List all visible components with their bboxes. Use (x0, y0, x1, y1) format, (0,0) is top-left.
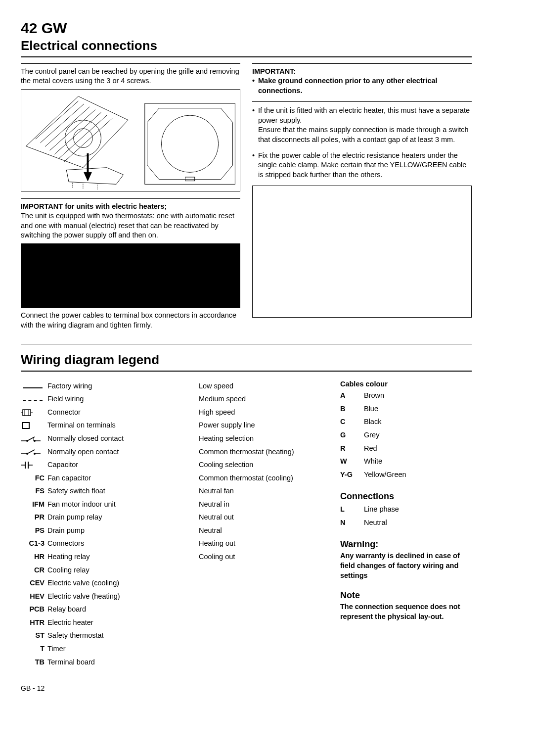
legend-label: Connectors (47, 537, 127, 551)
legend-row: Terminal on terminals (21, 419, 127, 432)
page-footer: GB - 12 (21, 684, 472, 693)
right-diagram-placeholder (252, 186, 472, 318)
right-bullets: If the unit is fitted with an electric h… (252, 106, 472, 180)
content-columns: The control panel can be reached by open… (21, 63, 472, 331)
legend-row: Heating selection (199, 432, 297, 445)
connections-heading: Connections (340, 490, 472, 502)
legend-label: Heating out (199, 537, 297, 551)
diagram-illustration (21, 90, 240, 191)
legend-label: Safety thermostat (47, 629, 127, 643)
legend-label: Factory wiring (47, 379, 127, 393)
page-header: 42 GW Electrical connections (21, 20, 472, 57)
legend-row: Field wiring (21, 393, 127, 406)
legend-label: Neutral fan (199, 485, 297, 498)
svg-rect-24 (22, 423, 29, 428)
legend-label: Low speed (199, 379, 297, 393)
legend-section: Wiring diagram legend Factory wiring Fie… (21, 344, 472, 668)
legend-row: Normally open contact (21, 445, 127, 459)
right-column: IMPORTANT: Make ground connection prior … (252, 63, 472, 331)
divider (21, 371, 472, 372)
legend-row: HEVElectric valve (heating) (21, 590, 127, 603)
legend-label: Cooling out (199, 551, 297, 564)
nc-contact-icon (21, 432, 47, 445)
capacitor-icon (21, 459, 47, 472)
legend-label: Common thermostat (heating) (199, 445, 297, 459)
divider (252, 63, 472, 64)
important-heaters-body: The unit is equipped with two thermostat… (21, 212, 234, 239)
bullet-heater-supply: If the unit is fitted with an electric h… (252, 106, 472, 144)
field-wiring-icon (21, 393, 47, 406)
legend-label: Capacitor (47, 459, 127, 472)
legend-col-signals: Low speed Medium speed High speed Power … (199, 379, 330, 668)
legend-label: Neutral in (199, 498, 297, 511)
legend-col-symbols: Factory wiring Field wiring Connector (21, 379, 189, 668)
legend-row: HRHeating relay (21, 551, 127, 564)
model-code: 42 GW (21, 20, 472, 37)
terminal-box-photo (21, 243, 240, 308)
signals-table: Low speed Medium speed High speed Power … (199, 379, 297, 564)
legend-label: Drain pump relay (47, 511, 127, 524)
legend-row: Common thermostat (heating) (199, 445, 297, 459)
legend-row: Neutral (199, 524, 297, 537)
legend-label: Drain pump (47, 524, 127, 537)
legend-row: Common thermostat (cooling) (199, 472, 297, 485)
divider (252, 101, 472, 102)
legend-label: Electric valve (heating) (47, 590, 127, 603)
note-heading: Note (340, 589, 472, 601)
legend-row: Medium speed (199, 393, 297, 406)
note-body: The connection sequence does not represe… (340, 602, 472, 621)
legend-label: Neutral (199, 524, 297, 537)
legend-label: Neutral out (199, 511, 297, 524)
table-row: RRed (340, 442, 409, 455)
legend-row: CRCooling relay (21, 564, 127, 577)
legend-row: IFMFan motor indoor unit (21, 498, 127, 511)
terminal-icon (21, 419, 47, 432)
legend-label: Relay board (47, 603, 127, 616)
table-row: NNeutral (340, 517, 402, 530)
cables-heading: Cables colour (340, 379, 472, 389)
no-contact-icon (21, 445, 47, 459)
table-row: LLine phase (340, 503, 402, 517)
svg-line-33 (27, 450, 35, 454)
legend-label: Electric heater (47, 616, 127, 629)
legend-label: Terminal board (47, 656, 127, 669)
table-row: GGrey (340, 428, 409, 442)
legend-row: TBTerminal board (21, 656, 127, 669)
legend-label: Normally open contact (47, 445, 127, 459)
legend-row: TTimer (21, 642, 127, 656)
important-heading: IMPORTANT: (252, 67, 296, 75)
legend-row: HTRElectric heater (21, 616, 127, 629)
svg-marker-16 (147, 108, 233, 179)
legend-label: Terminal on terminals (47, 419, 127, 432)
intro-text: The control panel can be reached by open… (21, 67, 240, 86)
table-row: WWhite (340, 455, 409, 469)
legend-row: FSSafety switch float (21, 485, 127, 498)
svg-point-17 (161, 115, 218, 172)
warning-body: Any warranty is declined in case of fiel… (340, 551, 472, 580)
legend-label: Fan capacitor (47, 472, 127, 485)
legend-row: C1-3Connectors (21, 537, 127, 551)
symbol-table: Factory wiring Field wiring Connector (21, 379, 127, 668)
important-block: IMPORTANT: Make ground connection prior … (252, 67, 472, 96)
svg-marker-11 (84, 172, 91, 181)
legend-label: Cooling selection (199, 459, 297, 472)
section-heading: Electrical connections (21, 37, 472, 54)
legend-row: PRDrain pump relay (21, 511, 127, 524)
divider (21, 56, 472, 57)
legend-row: Factory wiring (21, 379, 127, 393)
legend-columns: Factory wiring Field wiring Connector (21, 379, 472, 668)
legend-label: Heating selection (199, 432, 297, 445)
legend-label: Cooling relay (47, 564, 127, 577)
legend-row: Neutral out (199, 511, 297, 524)
legend-label: Medium speed (199, 393, 297, 406)
connect-note: Connect the power cables to terminal box… (21, 311, 240, 330)
connector-icon (21, 406, 47, 419)
legend-row: FCFan capacitor (21, 472, 127, 485)
legend-row: Neutral fan (199, 485, 297, 498)
table-row: Y-GYellow/Green (340, 468, 409, 481)
legend-label: High speed (199, 406, 297, 419)
legend-row: Cooling selection (199, 459, 297, 472)
table-row: CBlack (340, 416, 409, 429)
legend-label: Field wiring (47, 393, 127, 406)
control-panel-diagram (21, 89, 240, 191)
